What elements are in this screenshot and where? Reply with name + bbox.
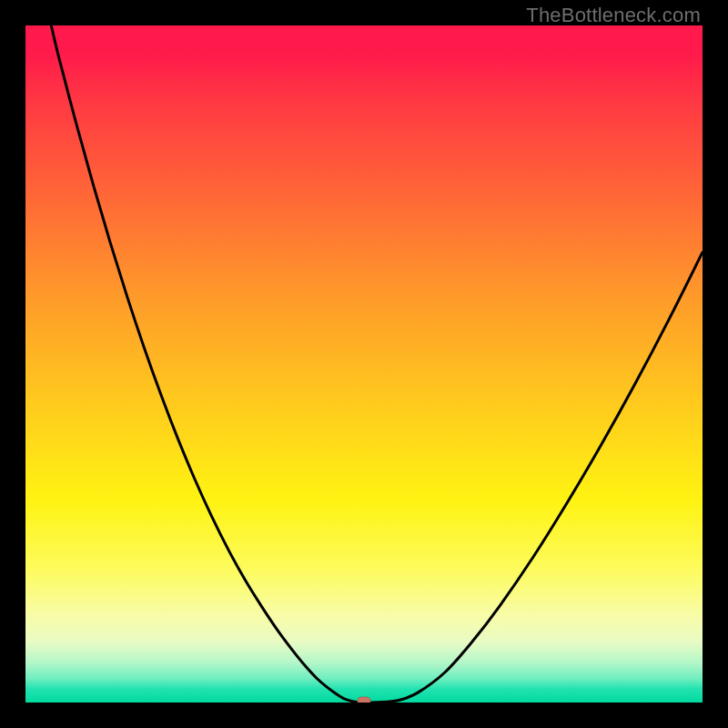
plot-area [25, 25, 703, 703]
notch-marker [358, 697, 370, 703]
chart-canvas: TheBottleneck.com [0, 0, 728, 728]
watermark-text: TheBottleneck.com [526, 4, 701, 27]
bottleneck-curve [25, 25, 703, 703]
